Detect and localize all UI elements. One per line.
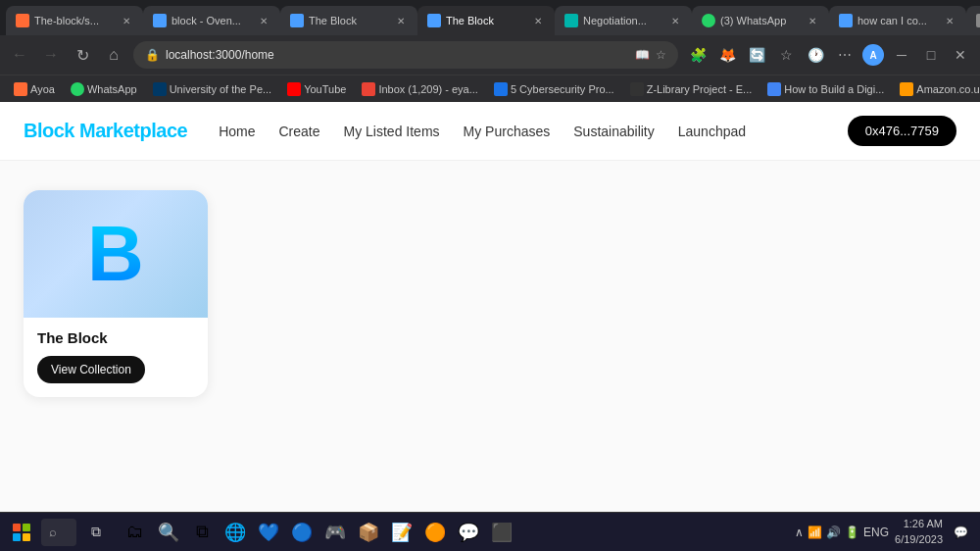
bookmark-favicon bbox=[14, 82, 27, 96]
tab-close-icon[interactable]: ✕ bbox=[394, 14, 408, 27]
star-icon[interactable]: ☆ bbox=[656, 48, 666, 62]
refresh-button[interactable]: ↻ bbox=[71, 46, 94, 65]
forward-button[interactable]: → bbox=[39, 46, 63, 64]
browser-tab-tab7[interactable]: how can I co... ✕ bbox=[829, 6, 966, 35]
browser-tab-tab3[interactable]: The Block ✕ bbox=[280, 6, 417, 35]
content-area: B The Block View Collection bbox=[0, 161, 980, 551]
metamask-icon[interactable]: 🦊 bbox=[715, 47, 739, 63]
view-collection-button[interactable]: View Collection bbox=[37, 356, 145, 383]
bookmark-label: University of the Pe... bbox=[170, 83, 272, 95]
bookmark-item[interactable]: Inbox (1,209) - eya... bbox=[356, 80, 484, 98]
tab-favicon bbox=[839, 14, 853, 27]
taskbar-app-orange-app[interactable]: 🟠 bbox=[419, 517, 451, 548]
bookmark-label: WhatsApp bbox=[87, 83, 137, 95]
bookmark-item[interactable]: University of the Pe... bbox=[147, 80, 278, 98]
clock-date: 6/19/2023 bbox=[895, 532, 943, 547]
taskbar-app-file-explorer[interactable]: 🗂 bbox=[120, 517, 151, 548]
browser-tab-tab5[interactable]: Negotiation... ✕ bbox=[555, 6, 692, 35]
start-button[interactable] bbox=[8, 519, 35, 546]
tab-favicon bbox=[153, 14, 167, 27]
search-icon: ⌕ bbox=[49, 525, 57, 539]
bookmark-label: Z-Library Project - E... bbox=[647, 83, 753, 95]
task-view-button[interactable]: ⧉ bbox=[82, 519, 110, 546]
tab-label: The Block bbox=[446, 15, 526, 26]
tab-favicon bbox=[16, 14, 29, 27]
sync-icon[interactable]: 🔄 bbox=[745, 47, 768, 63]
minimize-button[interactable]: ─ bbox=[890, 47, 913, 63]
taskbar-apps: 🗂🔍⧉🌐💙🔵🎮📦📝🟠💬⬛ bbox=[120, 517, 789, 548]
app-nav: Block Marketplace HomeCreateMy Listed It… bbox=[0, 102, 980, 161]
taskbar-right: ∧ 📶 🔊 🔋 ENG 1:26 AM 6/19/2023 💬 bbox=[795, 517, 972, 547]
nav-link-launchpad[interactable]: Launchpad bbox=[678, 124, 746, 139]
tab-label: how can I co... bbox=[858, 15, 938, 26]
speaker-icon[interactable]: 🔊 bbox=[826, 526, 841, 539]
browser-tab-tab2[interactable]: block - Oven... ✕ bbox=[143, 6, 280, 35]
tab-close-icon[interactable]: ✕ bbox=[120, 14, 133, 27]
bookmark-label: Ayoa bbox=[30, 83, 55, 95]
browser-tab-tab8[interactable]: ewallet conn... ✕ bbox=[966, 6, 980, 35]
chevron-up-icon[interactable]: ∧ bbox=[795, 526, 804, 539]
more-icon[interactable]: ⋯ bbox=[833, 47, 857, 63]
taskbar-app-discord-app[interactable]: 💬 bbox=[453, 517, 484, 548]
history-icon[interactable]: 🕐 bbox=[804, 47, 827, 63]
taskbar-app-chrome-app[interactable]: 🔵 bbox=[286, 517, 318, 548]
taskbar-app-xbox-app[interactable]: 🎮 bbox=[319, 517, 351, 548]
bookmark-item[interactable]: Amazon.co.uk - On... bbox=[894, 80, 980, 98]
nav-link-my-listed-items[interactable]: My Listed Items bbox=[344, 124, 440, 139]
tab-label: Negotiation... bbox=[583, 15, 663, 26]
bookmark-favicon bbox=[494, 82, 508, 96]
nav-link-home[interactable]: Home bbox=[219, 124, 255, 139]
taskbar-search[interactable]: ⌕ bbox=[41, 519, 76, 546]
address-icons: 📖 ☆ bbox=[635, 48, 666, 62]
tab-label: The-block/s... bbox=[34, 15, 115, 26]
home-button[interactable]: ⌂ bbox=[102, 46, 125, 64]
wallet-button[interactable]: 0x476...7759 bbox=[848, 116, 956, 146]
tab-bar: The-block/s... ✕ block - Oven... ✕ The B… bbox=[0, 0, 980, 35]
taskbar-app-task-view[interactable]: ⧉ bbox=[186, 517, 218, 548]
bookmark-item[interactable]: 5 Cybersecurity Pro... bbox=[488, 80, 620, 98]
tab-favicon bbox=[290, 14, 304, 27]
address-box[interactable]: 🔒 localhost:3000/home 📖 ☆ bbox=[133, 41, 678, 69]
taskbar-app-box3d-app[interactable]: 📦 bbox=[353, 517, 384, 548]
back-button[interactable]: ← bbox=[8, 46, 31, 64]
system-icons: ∧ 📶 🔊 🔋 ENG bbox=[795, 526, 889, 539]
bookmark-item[interactable]: WhatsApp bbox=[65, 80, 143, 98]
taskbar-app-word-app[interactable]: 📝 bbox=[386, 517, 417, 548]
nav-link-my-purchases[interactable]: My Purchases bbox=[464, 124, 551, 139]
taskbar-app-edge-app[interactable]: 🌐 bbox=[220, 517, 251, 548]
bookmark-item[interactable]: Ayoa bbox=[8, 80, 61, 98]
browser-tab-tab1[interactable]: The-block/s... ✕ bbox=[6, 6, 143, 35]
collection-card[interactable]: B The Block View Collection bbox=[24, 190, 208, 397]
tab-close-icon[interactable]: ✕ bbox=[943, 14, 956, 27]
tab-close-icon[interactable]: ✕ bbox=[257, 14, 270, 27]
browser-tab-tab4[interactable]: The Block ✕ bbox=[417, 6, 555, 35]
nav-link-create[interactable]: Create bbox=[279, 124, 320, 139]
network-icon[interactable]: 📶 bbox=[808, 526, 822, 539]
extensions-icon[interactable]: 🧩 bbox=[686, 47, 710, 63]
bookmark-item[interactable]: YouTube bbox=[281, 80, 352, 98]
lock-icon: 🔒 bbox=[145, 48, 160, 62]
bookmark-item[interactable]: How to Build a Digi... bbox=[761, 80, 890, 98]
clock[interactable]: 1:26 AM 6/19/2023 bbox=[895, 517, 943, 547]
taskbar-app-terminal-app[interactable]: ⬛ bbox=[486, 517, 517, 548]
browser-chrome: The-block/s... ✕ block - Oven... ✕ The B… bbox=[0, 0, 980, 102]
tab-close-icon[interactable]: ✕ bbox=[806, 14, 819, 27]
address-text: localhost:3000/home bbox=[166, 48, 629, 62]
bookmark-item[interactable]: Z-Library Project - E... bbox=[624, 80, 759, 98]
tab-label: The Block bbox=[309, 15, 389, 26]
battery-icon[interactable]: 🔋 bbox=[845, 526, 859, 539]
browser-tab-tab6[interactable]: (3) WhatsApp ✕ bbox=[692, 6, 829, 35]
tab-close-icon[interactable]: ✕ bbox=[668, 14, 682, 27]
tab-close-icon[interactable]: ✕ bbox=[531, 14, 545, 27]
restore-button[interactable]: □ bbox=[919, 47, 943, 63]
favorites-icon[interactable]: ☆ bbox=[774, 47, 798, 63]
app-brand: Block Marketplace bbox=[24, 120, 187, 142]
profile-button[interactable]: A bbox=[862, 44, 884, 66]
nav-link-sustainability[interactable]: Sustainability bbox=[573, 124, 655, 139]
tab-favicon bbox=[427, 14, 441, 27]
close-button[interactable]: ✕ bbox=[949, 47, 972, 63]
notification-button[interactable]: 💬 bbox=[949, 521, 972, 544]
bookmark-label: How to Build a Digi... bbox=[784, 83, 884, 95]
taskbar-app-vscode-app[interactable]: 💙 bbox=[253, 517, 284, 548]
taskbar-app-search[interactable]: 🔍 bbox=[153, 517, 184, 548]
